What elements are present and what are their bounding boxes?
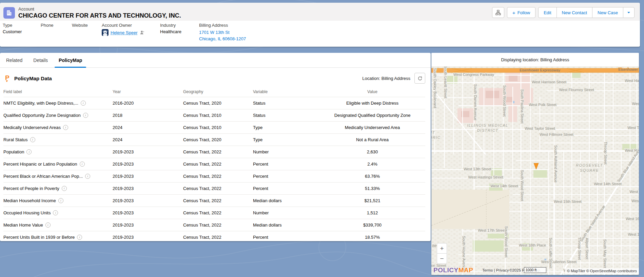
cell-value: $21,521 [319, 198, 425, 203]
map-street-label: West 17th Street [478, 228, 506, 232]
info-icon[interactable]: i [62, 186, 67, 191]
field-label: Type [3, 23, 39, 28]
policymap-logo-icon: P [5, 74, 11, 82]
owner-link[interactable]: Helene Speer [111, 30, 138, 35]
map-street-label: Allport Street [585, 238, 589, 259]
cell-value: Eligible with Deep Distress [319, 101, 425, 106]
cell-year: 2019-2023 [113, 174, 183, 179]
map-street-label: West Harrison Street [532, 80, 566, 84]
new-case-button[interactable]: New Case [592, 7, 623, 18]
map-street-label: South Wood Street [520, 170, 524, 201]
cell-variable: Status [253, 101, 319, 106]
change-owner-icon[interactable] [140, 30, 144, 35]
hierarchy-icon [495, 10, 501, 15]
tab-related[interactable]: Related [1, 53, 28, 67]
cell-label: NMTC Eligibility, with Deep Distress,...… [3, 101, 113, 106]
table-row: Medically Underserved Areasi2024Census T… [3, 122, 425, 134]
map-street-label: West 1 [631, 199, 639, 203]
map-street-label: NT [431, 130, 435, 134]
cell-geography: Census Tract, 2010 [183, 113, 253, 118]
col-variable: Variable [253, 89, 319, 94]
plus-icon: + [512, 10, 515, 15]
cell-variable: Median dollars [253, 198, 319, 203]
follow-button[interactable]: + Follow [507, 7, 535, 18]
map-street-label: West Polk Street [529, 103, 557, 107]
table-row: Percent Units Built in 1939 or Beforei20… [3, 231, 425, 241]
record-detail-card: Related Details PolicyMap P PolicyMap Da… [0, 53, 431, 241]
map-street-label: West 14t [629, 190, 639, 194]
cell-variable: Status [253, 113, 319, 118]
table-row: Median Home Valuei2019-2023Census Tract,… [3, 219, 425, 231]
info-icon[interactable]: i [30, 137, 35, 142]
map-street-label: West 14th Street [594, 182, 622, 186]
cell-geography: Census Tract, 2020 [183, 137, 253, 142]
field-account-owner: Account Owner Helene Speer [102, 23, 160, 36]
cell-value: 2,630 [319, 149, 425, 154]
highlights-panel: Type Customer Phone Website Account Owne… [0, 21, 640, 46]
cell-value: Medically Underserved Area [319, 125, 425, 130]
map-street-label: West Congress Parkway [453, 72, 494, 77]
policymap-logo[interactable]: POLICYMAP [433, 267, 473, 274]
hierarchy-button[interactable] [492, 7, 504, 18]
billing-address-line1-link[interactable]: 1701 W 13th St [199, 30, 230, 35]
table-row: Percent Black or African American Pop...… [3, 170, 425, 183]
field-phone: Phone [41, 23, 72, 35]
zoom-in-button[interactable]: + [437, 243, 447, 254]
cell-geography: Census Tract, 2022 [183, 186, 253, 191]
avatar [102, 29, 109, 36]
table-row: Percent Hispanic or Latino Populationi20… [3, 158, 425, 170]
info-icon[interactable]: i [85, 174, 90, 179]
info-icon[interactable]: i [81, 101, 86, 106]
cell-label: Percent Black or African American Pop...… [3, 174, 113, 179]
field-website: Website [72, 23, 102, 35]
rail-yard-area [431, 190, 509, 229]
cell-label: Percent Hispanic or Latino Populationi [3, 162, 113, 167]
map-street-label: DISTRICT [477, 128, 499, 132]
refresh-button[interactable] [414, 73, 425, 84]
info-icon[interactable]: i [45, 222, 51, 228]
cell-label: Percent of People in Povertyi [3, 186, 113, 191]
map-street-label: West 14th Street [490, 184, 518, 188]
info-icon[interactable]: i [63, 125, 68, 130]
more-actions-button[interactable] [623, 7, 635, 18]
cell-year: 2019-2023 [113, 235, 183, 240]
field-label-text: Occupied Housing Units [3, 210, 51, 215]
edit-button[interactable]: Edit [538, 7, 557, 18]
field-value: Customer [3, 29, 39, 35]
cell-year: 2019-2023 [113, 198, 183, 203]
policymap-table: Field label Year Geography Variable Valu… [3, 87, 425, 241]
cell-label: Qualified Opportunity Zone Designationi [3, 113, 113, 118]
cell-label: Percent Units Built in 1939 or Beforei [3, 235, 113, 240]
col-geography: Geography [183, 89, 253, 94]
info-icon[interactable]: i [83, 113, 88, 118]
map-street-label: ILLINOIS MEDICAL [467, 123, 508, 127]
logo-map-text: MAP [458, 267, 473, 274]
field-type: Type Customer [3, 23, 41, 35]
cell-geography: Census Tract, 2022 [183, 162, 253, 167]
map-canvas[interactable]: Eisenhower ExpresswayEisenhower ExWest C… [431, 66, 639, 275]
info-icon[interactable]: i [26, 149, 32, 154]
tab-policymap[interactable]: PolicyMap [53, 53, 87, 67]
map-street-label: ROOSEVELT [576, 163, 603, 167]
billing-address-line2-link[interactable]: Chicago, IL 60608-1207 [199, 36, 246, 41]
field-label-text: Percent of People in Poverty [3, 186, 59, 191]
info-icon[interactable]: i [77, 235, 82, 240]
info-icon[interactable]: i [53, 210, 58, 215]
refresh-icon [417, 76, 423, 81]
field-label: Account Owner [102, 23, 158, 28]
zoom-out-button[interactable]: − [437, 253, 447, 264]
info-icon[interactable]: i [58, 198, 63, 203]
map-street-label: West Hastings Street [468, 175, 503, 179]
logo-policy-text: POLICY [433, 267, 458, 274]
cell-value: 2.4% [319, 162, 425, 167]
new-contact-button[interactable]: New Contact [557, 7, 592, 18]
field-label: Industry [160, 23, 197, 28]
map-street-label: South Paulina Street [520, 89, 524, 124]
info-icon[interactable]: i [80, 162, 85, 167]
terms-privacy-link[interactable]: Terms | Privacy [482, 268, 509, 272]
map-svg: Eisenhower ExpresswayEisenhower ExWest C… [431, 66, 639, 275]
tab-details[interactable]: Details [28, 53, 53, 67]
field-label-text: Qualified Opportunity Zone Designation [3, 113, 81, 118]
table-row: Percent of People in Povertyi2019-2023Ce… [3, 183, 425, 195]
table-row: Rural Statusi2024Census Tract, 2020TypeN… [3, 134, 425, 146]
